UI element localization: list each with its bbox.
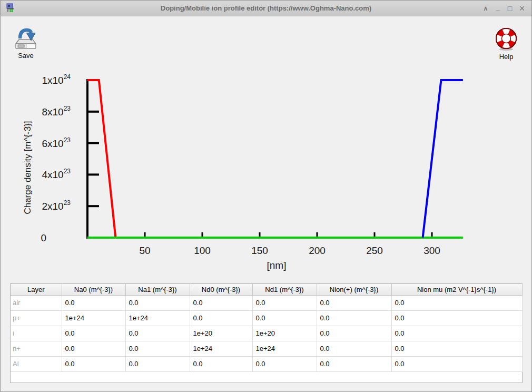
y-tick-label: 1x1024 — [42, 73, 71, 86]
value-cell[interactable]: 0.0 — [125, 295, 190, 310]
table-row-n-plus: n+ 0.0 0.0 1e+24 1e+24 0.0 0.0 — [11, 341, 522, 356]
value-cell[interactable]: 1e+24 — [252, 341, 317, 356]
value-cell[interactable]: 0.0 — [391, 295, 522, 310]
value-cell[interactable]: 1e+20 — [252, 326, 317, 341]
col-header-nion-mu[interactable]: Nion mu (m2 V^{-1}s^{-1}) — [391, 284, 522, 295]
lifebuoy-icon — [489, 27, 523, 51]
x-tick-label: 200 — [309, 245, 326, 256]
x-tick-label: 100 — [194, 245, 211, 256]
x-tick-label: 250 — [366, 245, 383, 256]
doping-profile-chart: 02x10234x10236x10238x10231x1024501001502… — [16, 69, 475, 277]
value-cell[interactable]: 0.0 — [125, 326, 190, 341]
value-cell[interactable]: 0.0 — [391, 341, 522, 356]
y-axis-label: Charge density [m^{-3}] — [23, 121, 33, 214]
value-cell[interactable]: 0.0 — [62, 341, 125, 356]
x-axis-label: [nm] — [267, 260, 287, 271]
window-controls: ∧ _ □ × — [481, 1, 526, 16]
col-header-layer[interactable]: Layer — [11, 284, 62, 295]
col-header-na0[interactable]: Na0 (m^{-3}) — [62, 284, 125, 295]
value-cell[interactable]: 0.0 — [62, 295, 125, 310]
value-cell[interactable]: 0.0 — [317, 295, 391, 310]
help-button-label: Help — [499, 53, 514, 61]
col-header-na1[interactable]: Na1 (m^{-3}) — [125, 284, 190, 295]
doping-editor-window: Doping/Mobilie ion profile editor (https… — [0, 0, 532, 392]
value-cell[interactable]: 0.0 — [391, 326, 522, 341]
y-tick-label: 8x1023 — [42, 105, 71, 117]
layers-table-container: Layer Na0 (m^{-3}) Na1 (m^{-3}) Nd0 (m^{… — [10, 283, 523, 383]
y-tick-label: 2x1023 — [42, 199, 71, 212]
save-button[interactable]: Save — [9, 26, 43, 61]
minimize-button[interactable]: _ — [494, 3, 502, 11]
y-tick-label: 0 — [41, 232, 46, 243]
table-row-p-plus: p+ 1e+24 1e+24 0.0 0.0 0.0 0.0 — [11, 310, 522, 326]
save-button-label: Save — [18, 52, 34, 60]
x-tick-label: 300 — [423, 245, 440, 256]
value-cell[interactable]: 1e+20 — [190, 326, 252, 341]
layer-name-cell: n+ — [11, 341, 62, 356]
layer-name-cell: p+ — [11, 310, 62, 326]
col-header-nd1[interactable]: Nd1 (m^{-3}) — [252, 284, 317, 295]
layers-table: Layer Na0 (m^{-3}) Na1 (m^{-3}) Nd0 (m^{… — [11, 284, 523, 372]
table-row-i: i 0.0 0.0 1e+20 1e+20 0.0 0.0 — [11, 326, 522, 341]
value-cell[interactable]: 1e+24 — [62, 310, 125, 326]
value-cell[interactable]: 0.0 — [190, 295, 252, 310]
value-cell[interactable]: 0.0 — [391, 356, 522, 371]
layer-name-cell: i — [11, 326, 62, 341]
col-header-nion[interactable]: Nion(+) (m^{-3}) — [317, 284, 391, 295]
col-header-nd0[interactable]: Nd0 (m^{-3}) — [190, 284, 252, 295]
shade-button[interactable]: ∧ — [481, 5, 490, 12]
value-cell[interactable]: 0.0 — [317, 326, 391, 341]
y-tick-label: 4x1023 — [42, 168, 71, 180]
value-cell[interactable]: 0.0 — [252, 356, 317, 371]
maximize-button[interactable]: □ — [506, 4, 514, 13]
value-cell[interactable]: 0.0 — [190, 356, 252, 371]
value-cell[interactable]: 0.0 — [62, 326, 125, 341]
value-cell[interactable]: 0.0 — [317, 341, 391, 356]
x-tick-label: 150 — [251, 245, 268, 256]
titlebar: Doping/Mobilie ion profile editor (https… — [1, 1, 531, 16]
series-donor-density-Nd — [423, 80, 463, 238]
value-cell[interactable]: 1e+24 — [125, 310, 190, 326]
table-header-row: Layer Na0 (m^{-3}) Na1 (m^{-3}) Nd0 (m^{… — [11, 284, 522, 295]
value-cell[interactable]: 0.0 — [125, 356, 190, 371]
value-cell[interactable]: 0.0 — [391, 310, 522, 326]
layer-name-cell: Al — [11, 356, 62, 371]
y-tick-label: 6x1023 — [42, 136, 71, 149]
help-button[interactable]: Help — [489, 26, 523, 62]
value-cell[interactable]: 0.0 — [62, 356, 125, 371]
save-disk-icon — [9, 27, 43, 50]
value-cell[interactable]: 1e+24 — [190, 341, 252, 356]
value-cell[interactable]: 0.0 — [252, 295, 317, 310]
layer-name-cell: air — [11, 295, 62, 310]
value-cell[interactable]: 0.0 — [317, 356, 391, 371]
x-tick-label: 50 — [139, 245, 150, 256]
value-cell[interactable]: 0.0 — [317, 310, 391, 326]
table-row-al: Al 0.0 0.0 0.0 0.0 0.0 0.0 — [11, 356, 522, 371]
value-cell[interactable]: 0.0 — [190, 310, 252, 326]
table-row-air: air 0.0 0.0 0.0 0.0 0.0 0.0 — [11, 295, 522, 310]
series-acceptor-density-Na — [87, 80, 115, 238]
value-cell[interactable]: 0.0 — [125, 341, 190, 356]
window-title: Doping/Mobilie ion profile editor (https… — [1, 1, 531, 16]
value-cell[interactable]: 0.0 — [252, 310, 317, 326]
close-button[interactable]: × — [518, 3, 526, 14]
